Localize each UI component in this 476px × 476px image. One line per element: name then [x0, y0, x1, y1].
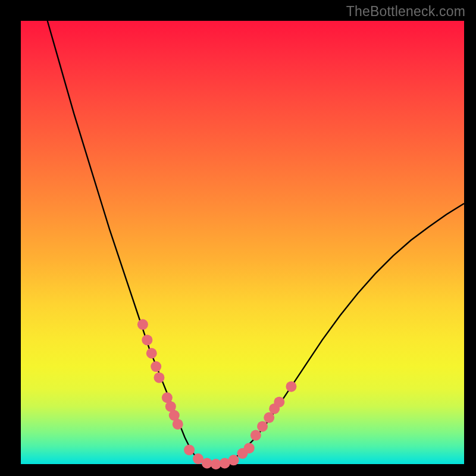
chart-svg	[21, 21, 464, 464]
highlight-dot	[151, 361, 161, 372]
plot-area	[21, 21, 464, 464]
highlight-dot	[250, 430, 261, 441]
highlight-dot	[154, 372, 164, 383]
chart-frame: TheBottleneck.com	[0, 0, 476, 476]
watermark-text: TheBottleneck.com	[346, 4, 465, 20]
highlight-dot	[184, 444, 195, 455]
highlight-dot	[137, 319, 148, 330]
bottleneck-curve	[48, 21, 464, 464]
highlight-dot	[274, 397, 284, 408]
highlight-dots	[137, 319, 297, 469]
highlight-dot	[142, 334, 152, 345]
highlight-dot	[173, 419, 183, 430]
highlight-dot	[228, 455, 239, 465]
highlight-dot	[257, 421, 268, 432]
highlight-dot	[286, 381, 296, 392]
highlight-dot	[146, 348, 157, 359]
highlight-dot	[244, 443, 255, 453]
